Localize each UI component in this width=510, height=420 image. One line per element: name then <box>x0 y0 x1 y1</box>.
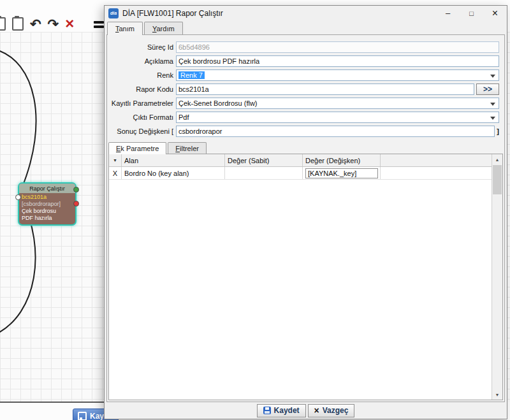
cell-filler <box>381 167 492 179</box>
form-row: Süreç Id <box>108 40 499 54</box>
undo-button[interactable]: ↶ <box>30 17 41 31</box>
redo-button[interactable]: ↷ <box>48 17 59 31</box>
kayitli-parametreler-value: Çek-Senet Bordrosu (flw) <box>178 99 258 107</box>
tab-page-tanim: Süreç Id Açıklama Renk Renk 7 <box>106 34 505 402</box>
form-row: Rapor Kodu >> <box>108 82 499 96</box>
renk-select[interactable]: Renk 7 <box>176 69 499 81</box>
error-port-icon[interactable] <box>73 201 79 206</box>
chevron-down-icon <box>490 117 495 120</box>
success-port-icon[interactable] <box>73 187 79 192</box>
surec-id-field <box>176 41 499 53</box>
node-result-variable: [csbordrorapor] <box>22 201 73 208</box>
save-icon <box>263 407 271 414</box>
canvas-toolbar: ↶ ↷ × <box>0 15 74 32</box>
form-row: Kayıtlı Parametreler Çek-Senet Bordrosu … <box>108 96 499 110</box>
form-row: Açıklama <box>108 54 499 68</box>
renk-label: Renk <box>108 71 176 79</box>
column-header-alan[interactable]: Alan <box>122 154 225 166</box>
cell-degisken-editor[interactable]: [KAYNAK._key] <box>305 168 378 178</box>
tab-ek-parametre[interactable]: Ek Parametre <box>108 142 166 154</box>
scroll-down-button[interactable]: ▼ <box>492 389 502 400</box>
column-header-sabit[interactable]: Değer (Sabit) <box>225 154 303 166</box>
report-lookup-button[interactable]: >> <box>476 83 499 95</box>
save-button[interactable]: Kaydet <box>257 404 306 417</box>
dialog-tabs: Tanım Yardım <box>105 20 507 34</box>
dia-logo-icon: dia <box>108 8 119 18</box>
column-header-degisken[interactable]: Değer (Değişken) <box>303 154 381 166</box>
scroll-up-button[interactable]: ▲ <box>492 154 502 164</box>
chevron-down-icon <box>490 103 495 106</box>
aciklama-field[interactable] <box>176 55 499 67</box>
delete-button[interactable]: × <box>65 16 74 31</box>
window-controls: – □ × <box>436 6 507 20</box>
node-desc-line2: PDF hazırla <box>22 215 73 221</box>
parameter-grid: ▼ Alan Değer (Sabit) Değer (Değişken) X … <box>109 154 492 400</box>
scrollbar-thumb[interactable] <box>493 165 502 194</box>
minimize-button[interactable]: – <box>436 6 460 20</box>
definition-form: Süreç Id Açıklama Renk Renk 7 <box>107 35 504 138</box>
close-icon: × <box>314 406 319 415</box>
chevron-down-icon <box>490 75 495 78</box>
kayitli-parametreler-select[interactable]: Çek-Senet Bordrosu (flw) <box>176 98 499 109</box>
filter-icon: ▼ <box>113 158 117 163</box>
table-row[interactable]: X Bordro No (key alan) [KAYNAK._key] <box>109 167 492 180</box>
node-body: bcs2101a [csbordrorapor] Çek bordrosu PD… <box>19 193 75 221</box>
form-row: Çıktı Formatı Pdf <box>108 110 499 124</box>
close-button[interactable]: × <box>483 6 507 20</box>
column-header-filler <box>381 154 492 166</box>
cancel-button[interactable]: × Vazgeç <box>308 404 355 417</box>
maximize-button[interactable]: □ <box>460 6 483 20</box>
cikti-formati-value: Pdf <box>178 113 189 121</box>
cikti-formati-label: Çıktı Formatı <box>108 113 176 121</box>
node-tool-icon[interactable] <box>94 19 104 29</box>
dialog-title: DİA [FLW1001] Rapor Çalıştır <box>122 9 223 18</box>
input-port-icon[interactable] <box>15 194 21 200</box>
tab-filtreler[interactable]: Filtreler <box>168 142 207 154</box>
aciklama-label: Açıklama <box>108 57 176 65</box>
grid-header-row: ▼ Alan Değer (Sabit) Değer (Değişken) <box>109 154 492 167</box>
node-title: Rapor Çalıştır <box>19 184 75 193</box>
parameter-table: ▼ Alan Değer (Sabit) Değer (Değişken) X … <box>108 154 503 400</box>
node-report-code: bcs2101a <box>22 194 73 201</box>
surec-id-label: Süreç Id <box>108 43 176 51</box>
flow-node-rapor-calistir[interactable]: Rapor Çalıştır bcs2101a [csbordrorapor] … <box>18 182 76 226</box>
node-desc-line1: Çek bordrosu <box>22 208 73 215</box>
tab-tanim[interactable]: Tanım <box>107 22 143 35</box>
dialog-rapor-calistir: dia DİA [FLW1001] Rapor Çalıştır – □ × T… <box>104 5 507 419</box>
cikti-formati-select[interactable]: Pdf <box>176 112 499 123</box>
copy-icon[interactable] <box>0 17 6 31</box>
sonuc-degiskeni-field[interactable] <box>176 126 495 137</box>
form-row: Sonuç Değişkeni [ ] <box>108 124 499 138</box>
cell-sabit[interactable] <box>225 167 303 179</box>
vertical-scrollbar[interactable]: ▲ ▼ <box>492 154 502 400</box>
sonuc-degiskeni-suffix: ] <box>495 127 499 135</box>
parameter-subtabs: Ek Parametre Filtreler <box>107 138 504 154</box>
cell-alan: Bordro No (key alan) <box>122 167 225 179</box>
row-selector-header[interactable]: ▼ <box>109 154 122 166</box>
dialog-button-bar: Kaydet × Vazgeç <box>105 402 507 419</box>
save-button-label: Kaydet <box>274 406 300 415</box>
tab-yardim[interactable]: Yardım <box>144 22 183 34</box>
row-marker: X <box>109 167 122 179</box>
renk-selected-value: Renk 7 <box>178 71 205 79</box>
kayitli-parametreler-label: Kayıtlı Parametreler <box>108 99 176 107</box>
save-icon <box>78 412 87 420</box>
cell-degisken: [KAYNAK._key] <box>303 167 381 179</box>
rapor-kodu-label: Rapor Kodu <box>108 85 176 93</box>
dialog-titlebar[interactable]: dia DİA [FLW1001] Rapor Çalıştır – □ × <box>105 6 507 20</box>
cancel-button-label: Vazgeç <box>323 406 349 415</box>
sonuc-degiskeni-label: Sonuç Değişkeni [ <box>108 127 176 135</box>
rapor-kodu-field[interactable] <box>176 83 474 95</box>
paste-icon[interactable] <box>12 17 24 31</box>
form-row: Renk Renk 7 <box>108 68 499 82</box>
